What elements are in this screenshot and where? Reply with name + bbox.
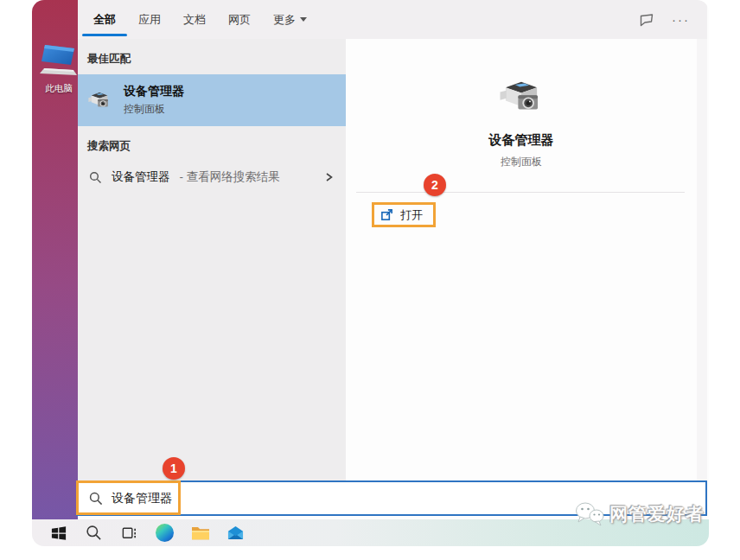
- tab-apps-label: 应用: [138, 12, 161, 28]
- device-manager-icon-large: [496, 72, 546, 122]
- results-list: 最佳匹配: [78, 39, 346, 516]
- desktop-background: 此电脑: [32, 0, 78, 519]
- this-pc-label: 此电脑: [36, 83, 78, 95]
- search-icon: [89, 492, 103, 506]
- open-external-icon: [380, 208, 393, 221]
- start-button[interactable]: [41, 519, 76, 546]
- taskbar-search-button[interactable]: [76, 519, 112, 546]
- tab-apps[interactable]: 应用: [127, 0, 172, 39]
- page-background: 此电脑 全部 应用 文档 网页 更多: [0, 0, 740, 560]
- best-match-subtitle: 控制面板: [124, 102, 184, 117]
- device-manager-icon: [86, 87, 112, 113]
- file-explorer-button[interactable]: [182, 519, 218, 546]
- preview-divider: [356, 192, 685, 193]
- watermark: 网管爱好者: [573, 500, 705, 528]
- windows-logo-icon: [51, 525, 67, 541]
- result-preview-pane: 设备管理器 控制面板 打开 2: [346, 39, 697, 516]
- preview-subtitle: 控制面板: [346, 155, 697, 169]
- search-input-value: 设备管理器: [112, 491, 172, 506]
- search-icon: [86, 525, 102, 541]
- window-edge: [697, 39, 707, 516]
- task-view-icon: [121, 525, 137, 541]
- chevron-down-icon: [300, 17, 307, 22]
- mail-icon: [226, 525, 245, 541]
- tab-documents[interactable]: 文档: [172, 0, 217, 39]
- web-search-query: 设备管理器: [112, 169, 170, 185]
- tab-web[interactable]: 网页: [217, 0, 262, 39]
- search-filter-tabs: 全部 应用 文档 网页 更多: [78, 0, 707, 39]
- tab-documents-label: 文档: [183, 12, 206, 28]
- edge-icon: [156, 524, 174, 542]
- web-search-suffix: - 查看网络搜索结果: [180, 169, 280, 185]
- step-badge-2: 2: [424, 174, 446, 196]
- search-results-area: 最佳匹配: [78, 39, 707, 516]
- open-action-button[interactable]: 打开: [372, 202, 436, 227]
- watermark-text: 网管爱好者: [609, 502, 705, 526]
- best-match-title: 设备管理器: [124, 84, 184, 99]
- best-match-header: 最佳匹配: [78, 39, 346, 74]
- preview-title: 设备管理器: [346, 132, 697, 149]
- tab-all-label: 全部: [93, 12, 116, 28]
- web-search-result[interactable]: 设备管理器 - 查看网络搜索结果: [78, 162, 346, 193]
- chevron-right-icon[interactable]: [323, 171, 335, 183]
- mail-button[interactable]: [218, 519, 253, 546]
- task-view-button[interactable]: [112, 519, 147, 546]
- best-match-result-device-manager[interactable]: 设备管理器 控制面板: [78, 74, 346, 126]
- web-search-header: 搜索网页: [78, 126, 346, 162]
- this-pc-icon[interactable]: 此电脑: [36, 43, 78, 95]
- search-flyout: 全部 应用 文档 网页 更多: [78, 0, 707, 516]
- monitor-icon: [39, 43, 78, 78]
- tab-web-label: 网页: [228, 12, 251, 28]
- more-options-button[interactable]: ···: [672, 12, 690, 27]
- tabs-right-actions: ···: [638, 0, 707, 39]
- open-action-label: 打开: [400, 207, 423, 223]
- best-match-texts: 设备管理器 控制面板: [124, 84, 184, 117]
- feedback-bubble-icon[interactable]: [638, 12, 654, 27]
- tab-more-label: 更多: [273, 12, 296, 28]
- tab-all[interactable]: 全部: [82, 0, 127, 39]
- search-icon: [89, 171, 102, 184]
- tab-more[interactable]: 更多: [262, 0, 318, 39]
- file-explorer-icon: [191, 525, 210, 541]
- edge-browser-button[interactable]: [147, 519, 182, 546]
- wechat-logo-icon: [573, 500, 606, 528]
- step-badge-1: 1: [163, 457, 185, 480]
- screenshot-frame: 此电脑 全部 应用 文档 网页 更多: [32, 0, 709, 546]
